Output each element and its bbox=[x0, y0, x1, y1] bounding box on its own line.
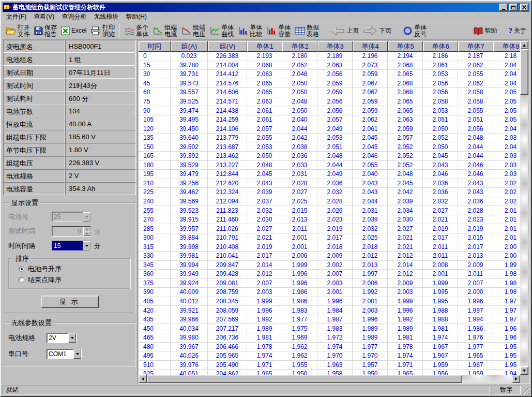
data-table-button[interactable]: 数据表格 bbox=[293, 23, 321, 39]
table-row[interactable]: 33039.981210.0412.0172.0062.0092.0122.01… bbox=[139, 252, 520, 261]
sort-asc-radio[interactable]: 电池号升序 bbox=[12, 263, 127, 274]
table-row[interactable]: 25539.523211.8232.0322.0152.0262.0312.03… bbox=[139, 206, 520, 215]
table-row[interactable]: 19539.479212.8442.0452.0312.0492.0402.04… bbox=[139, 170, 520, 179]
table-cell: 2.003 bbox=[353, 306, 388, 315]
table-cell: 2.026 bbox=[317, 206, 353, 215]
table-row[interactable]: 40540.012208.3451.9991.9861.9962.0011.99… bbox=[139, 297, 520, 306]
close-button[interactable] bbox=[520, 4, 528, 11]
table-row[interactable]: 13539.640213.7792.0552.0422.0532.0452.05… bbox=[139, 134, 520, 143]
table-row[interactable]: 22539.462212.3242.0392.0272.0322.0432.04… bbox=[139, 188, 520, 197]
scroll-left-button[interactable] bbox=[139, 375, 147, 383]
pack-current-button[interactable]: 组端电流 bbox=[150, 23, 179, 39]
table-row[interactable]: 30039.884210.7912.0212.0012.0172.0252.02… bbox=[139, 233, 520, 243]
table-row[interactable]: 18039.529213.2272.0482.0332.0442.0552.05… bbox=[139, 161, 520, 170]
table-row[interactable]: 42039.921208.0591.9961.9831.9842.0031.99… bbox=[139, 306, 520, 315]
scroll-down-button[interactable] bbox=[520, 366, 528, 375]
table-row[interactable]: 46539.980206.7361.9811.9691.9721.9891.98… bbox=[139, 333, 520, 343]
table-row[interactable]: 4539.573214.5762.0652.0502.0592.0672.068… bbox=[139, 79, 520, 89]
column-header[interactable]: 单体5 bbox=[388, 41, 423, 52]
table-row[interactable]: 10539.495214.2592.0612.0402.0572.0622.06… bbox=[139, 115, 520, 125]
table-row[interactable]: 37539.924209.0812.0071.9962.0032.0062.00… bbox=[139, 279, 520, 288]
table-row[interactable]: 16539.392213.4622.0502.0362.0482.0462.05… bbox=[139, 152, 520, 161]
table-row[interactable]: 9039.474214.4382.0612.0502.0562.0592.065… bbox=[139, 106, 520, 115]
minimize-button[interactable] bbox=[499, 4, 508, 11]
about-button[interactable]: ? 关于 bbox=[507, 23, 529, 39]
horizontal-scrollbar[interactable] bbox=[139, 375, 520, 383]
table-row[interactable]: 28539.957211.0262.0272.0112.0192.0322.02… bbox=[139, 224, 520, 233]
table-row[interactable]: 49540.026205.9651.9741.9621.9701.9701.97… bbox=[139, 351, 520, 361]
menu-item[interactable]: 文件(F) bbox=[3, 12, 30, 22]
column-header[interactable]: 单体1 bbox=[247, 41, 282, 52]
column-header[interactable]: 时间 bbox=[139, 41, 171, 52]
chevron-down-icon[interactable] bbox=[73, 349, 81, 359]
menu-item[interactable]: 查询分析 bbox=[58, 12, 90, 22]
table-cell: 2.04 bbox=[493, 124, 520, 134]
menu-item[interactable]: 帮助(H) bbox=[122, 12, 150, 22]
interval-combo[interactable]: 15 bbox=[52, 241, 91, 251]
print-preview-button[interactable]: 打印浏览 bbox=[88, 23, 117, 39]
vertical-scroll-thumb[interactable] bbox=[520, 49, 528, 95]
table-row[interactable]: 31539.998210.4082.0192.0012.0182.0182.02… bbox=[139, 242, 520, 252]
vertical-scrollbar[interactable] bbox=[520, 41, 528, 375]
table-row[interactable]: 21039.256212.6202.0432.0282.0362.0432.04… bbox=[139, 179, 520, 188]
table-row[interactable]: 15039.502213.6872.0532.0382.0512.0452.05… bbox=[139, 142, 520, 152]
pack-voltage-button[interactable]: 组端电压 bbox=[179, 23, 207, 39]
column-header[interactable]: 单体2 bbox=[282, 41, 317, 52]
battery-spec-combo[interactable]: 2V bbox=[47, 333, 77, 343]
table-row[interactable]: 6039.557214.6062.0652.0502.0592.0672.068… bbox=[139, 88, 520, 97]
table-cell: 2.00 bbox=[493, 242, 520, 252]
help-button[interactable]: 帮助 bbox=[471, 23, 499, 39]
table-cell: 39.884 bbox=[171, 233, 208, 243]
table-cell: 214.412 bbox=[208, 70, 247, 79]
table-row[interactable]: 43539.966207.5691.9921.9771.9871.9961.99… bbox=[139, 315, 520, 325]
table-row[interactable]: 39040.009208.7592.0031.9862.0011.9922.00… bbox=[139, 288, 520, 297]
chevron-down-icon[interactable] bbox=[83, 241, 90, 251]
scroll-up-button[interactable] bbox=[520, 41, 528, 49]
table-row[interactable]: 00.023226.3832.1932.1802.1892.1962.1942.… bbox=[139, 52, 520, 61]
multi-cell-button[interactable]: 多个单体 bbox=[122, 23, 150, 39]
info-field-label: 测试日期 bbox=[3, 66, 65, 79]
save-report-button[interactable]: 保存报告 bbox=[32, 23, 59, 39]
table-row[interactable]: 24039.569212.0942.0372.0252.0282.0442.03… bbox=[139, 197, 520, 207]
scrollbar-corner bbox=[520, 375, 528, 383]
cell-compare-button[interactable]: 单体比较 bbox=[236, 23, 264, 39]
scroll-right-button[interactable] bbox=[512, 375, 520, 383]
cell-capacity-button[interactable]: 单体容量 bbox=[264, 23, 293, 39]
com-port-combo[interactable]: COM1 bbox=[47, 349, 82, 359]
table-row[interactable]: 45040.034207.2171.9891.9751.9831.9891.98… bbox=[139, 324, 520, 333]
chevron-down-icon[interactable] bbox=[68, 333, 76, 343]
table-row[interactable]: 7539.525214.5712.0632.0482.0562.0592.065… bbox=[139, 97, 520, 107]
resize-grip-icon[interactable] bbox=[522, 386, 529, 394]
table-row[interactable]: 51039.976205.4901.9711.9551.9631.9571.97… bbox=[139, 361, 520, 370]
show-button[interactable]: 显 示 bbox=[41, 296, 99, 308]
column-header[interactable]: 组(A) bbox=[171, 41, 208, 52]
cell-invert-button[interactable]: 单体反号 bbox=[401, 23, 429, 39]
table-row[interactable]: 34539.994209.8472.0141.9992.0022.0132.01… bbox=[139, 261, 520, 270]
table-row[interactable]: 1539.780214.0042.0682.0522.0632.0732.068… bbox=[139, 61, 520, 70]
next-page-button[interactable]: 下页 bbox=[361, 23, 393, 39]
open-file-button[interactable]: 打开文件 bbox=[4, 23, 32, 39]
horizontal-scroll-thumb[interactable] bbox=[147, 375, 462, 383]
table-cell: 210 bbox=[139, 179, 171, 188]
table-row[interactable]: 48039.967206.4661.9781.9621.9741.9771.97… bbox=[139, 343, 520, 352]
column-header[interactable]: 单体4 bbox=[353, 41, 388, 52]
column-header[interactable]: 组(V) bbox=[208, 41, 247, 52]
column-header[interactable]: 单体7 bbox=[458, 41, 493, 52]
menu-item[interactable]: 无线模块 bbox=[90, 12, 122, 22]
table-row[interactable]: 12039.450214.1062.0572.0442.0492.0612.05… bbox=[139, 124, 520, 134]
table-row[interactable]: 3039.731214.4122.0632.0482.0562.0592.065… bbox=[139, 70, 520, 79]
prev-page-button[interactable]: 上页 bbox=[328, 23, 361, 39]
column-header[interactable]: 单体8 bbox=[493, 41, 520, 52]
table-cell: 39.981 bbox=[171, 252, 208, 261]
sort-desc-radio[interactable]: 结束点降序 bbox=[12, 274, 127, 285]
column-header[interactable]: 单体6 bbox=[423, 41, 458, 52]
table-row[interactable]: 27039.915211.4602.0302.0132.0232.0392.03… bbox=[139, 215, 520, 225]
table-row[interactable]: 52540.051204.8621.9651.9501.9581.9501.96… bbox=[139, 370, 520, 375]
maximize-button[interactable] bbox=[509, 4, 518, 11]
title-bar[interactable]: 蓄电池组负载测试仪管理分析软件 bbox=[3, 3, 529, 12]
menu-item[interactable]: 查看(V) bbox=[30, 12, 58, 22]
table-row[interactable]: 36039.949209.4282.0121.9962.0071.9972.01… bbox=[139, 270, 520, 279]
cell-curve-button[interactable]: 单体曲线 bbox=[207, 23, 236, 39]
excel-button[interactable]: Excel bbox=[59, 23, 88, 39]
column-header[interactable]: 单体3 bbox=[317, 41, 353, 52]
